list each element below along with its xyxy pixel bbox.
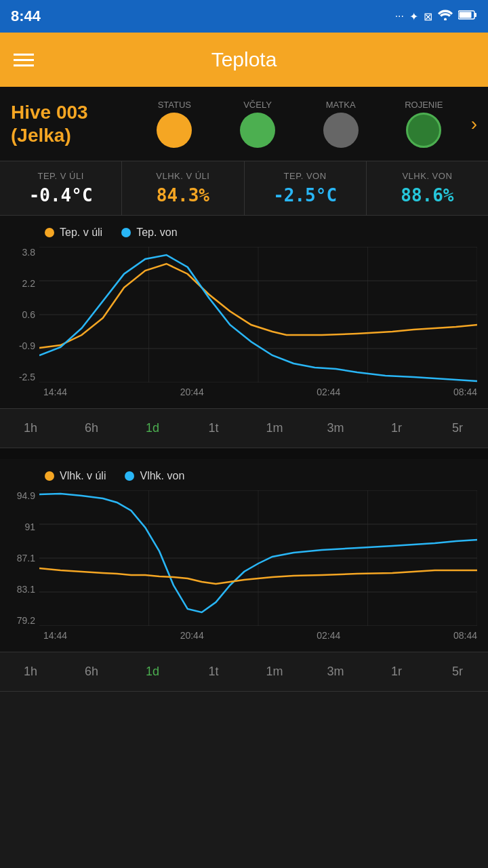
hive-header: Hive 003(Jelka) STATUS VČELY MATKA ROJEN… bbox=[0, 87, 488, 161]
temp-chart-legend: Tep. v úli Tep. von bbox=[11, 226, 477, 239]
time-btn-1m-1[interactable]: 1m bbox=[244, 409, 305, 448]
tab-dot-matka[interactable] bbox=[323, 113, 359, 148]
stat-value-vlhk-uli: 84.3% bbox=[129, 185, 237, 205]
time-btn-5r-1[interactable]: 5r bbox=[427, 409, 488, 448]
time-btn-5r-2[interactable]: 5r bbox=[427, 652, 488, 691]
legend-dot-blue-2 bbox=[125, 471, 134, 481]
status-bar: 8:44 ··· ✦ ⊠ bbox=[0, 0, 488, 33]
hive-tabs-indicators bbox=[133, 113, 466, 148]
bluetooth-icon: ✦ bbox=[409, 10, 418, 23]
hive-tabs: STATUS VČELY MATKA ROJENIE bbox=[133, 100, 466, 148]
stat-label-tep-von: TEP. VON bbox=[251, 171, 359, 181]
time-btn-6h-2[interactable]: 6h bbox=[61, 652, 122, 691]
tab-dot-status[interactable] bbox=[157, 113, 192, 148]
status-time: 8:44 bbox=[11, 7, 41, 25]
legend-label-vlhk-von: Vlhk. von bbox=[140, 470, 184, 482]
sim-icon: ⊠ bbox=[424, 10, 432, 23]
temp-chart-area bbox=[39, 247, 477, 382]
tab-label-vcely[interactable]: VČELY bbox=[216, 100, 300, 110]
stat-label-vlhk-uli: VLHK. V ÚLI bbox=[129, 171, 237, 181]
status-icons: ··· ✦ ⊠ bbox=[395, 9, 477, 23]
stat-value-tep-uli: -0.4°C bbox=[7, 185, 115, 205]
temp-chart-wrapper: 3.8 2.2 0.6 -0.9 -2.5 bbox=[11, 247, 477, 382]
temp-y-axis: 3.8 2.2 0.6 -0.9 -2.5 bbox=[11, 247, 39, 382]
humid-chart-legend: Vlhk. v úli Vlhk. von bbox=[11, 470, 477, 482]
humid-chart-section: Vlhk. v úli Vlhk. von 94.9 91 87.1 83.1 … bbox=[0, 459, 488, 652]
humid-x-axis: 14:44 20:44 02:44 08:44 bbox=[11, 630, 477, 641]
battery-icon bbox=[458, 9, 477, 23]
stat-tep-von: TEP. VON -2.5°C bbox=[245, 161, 367, 215]
chevron-right-icon[interactable]: › bbox=[471, 113, 477, 135]
time-btn-1h-1[interactable]: 1h bbox=[0, 409, 61, 448]
stats-row: TEP. V ÚLI -0.4°C VLHK. V ÚLI 84.3% TEP.… bbox=[0, 161, 488, 216]
legend-tep-uli: Tep. v úli bbox=[45, 226, 102, 239]
humid-chart-svg bbox=[39, 490, 477, 626]
legend-label-vlhk-uli: Vlhk. v úli bbox=[60, 470, 106, 482]
legend-dot-yellow bbox=[45, 228, 54, 237]
time-btn-1r-1[interactable]: 1r bbox=[366, 409, 427, 448]
legend-dot-blue bbox=[121, 228, 131, 237]
stat-vlhk-uli: VLHK. V ÚLI 84.3% bbox=[122, 161, 244, 215]
time-btn-6h-1[interactable]: 6h bbox=[61, 409, 122, 448]
section-divider bbox=[0, 448, 488, 459]
legend-vlhk-von: Vlhk. von bbox=[125, 470, 184, 482]
svg-point-0 bbox=[444, 18, 447, 21]
hive-tabs-labels: STATUS VČELY MATKA ROJENIE bbox=[133, 100, 466, 113]
menu-button[interactable] bbox=[14, 54, 34, 66]
time-btn-1h-2[interactable]: 1h bbox=[0, 652, 61, 691]
tab-label-rojenie[interactable]: ROJENIE bbox=[382, 100, 466, 110]
time-btn-1d-2[interactable]: 1d bbox=[122, 652, 183, 691]
page-title: Teplota bbox=[211, 48, 277, 71]
time-range-humid: 1h 6h 1d 1t 1m 3m 1r 5r bbox=[0, 652, 488, 692]
time-btn-1d-1[interactable]: 1d bbox=[122, 409, 183, 448]
stat-vlhk-von: VLHK. VON 88.6% bbox=[367, 161, 488, 215]
legend-dot-yellow-2 bbox=[45, 471, 54, 481]
humid-chart-wrapper: 94.9 91 87.1 83.1 79.2 bbox=[11, 490, 477, 626]
temp-chart-svg bbox=[39, 247, 477, 382]
legend-tep-von: Tep. von bbox=[121, 226, 177, 239]
time-btn-3m-1[interactable]: 3m bbox=[305, 409, 366, 448]
dots-icon: ··· bbox=[395, 10, 404, 22]
hive-name: Hive 003(Jelka) bbox=[11, 101, 133, 146]
humid-chart-area bbox=[39, 490, 477, 626]
top-bar: Teplota bbox=[0, 33, 488, 87]
humid-y-axis: 94.9 91 87.1 83.1 79.2 bbox=[11, 490, 39, 626]
stat-value-tep-von: -2.5°C bbox=[251, 185, 359, 205]
time-btn-1t-1[interactable]: 1t bbox=[183, 409, 244, 448]
time-btn-1t-2[interactable]: 1t bbox=[183, 652, 244, 691]
legend-label-tep-von: Tep. von bbox=[136, 226, 177, 239]
tab-label-status[interactable]: STATUS bbox=[133, 100, 216, 110]
svg-rect-2 bbox=[460, 12, 472, 18]
time-btn-3m-2[interactable]: 3m bbox=[305, 652, 366, 691]
time-btn-1r-2[interactable]: 1r bbox=[366, 652, 427, 691]
time-btn-1m-2[interactable]: 1m bbox=[244, 652, 305, 691]
stat-label-tep-uli: TEP. V ÚLI bbox=[7, 171, 115, 181]
tab-label-matka[interactable]: MATKA bbox=[299, 100, 382, 110]
temp-chart-section: Tep. v úli Tep. von 3.8 2.2 0.6 -0.9 -2.… bbox=[0, 216, 488, 408]
time-range-temp: 1h 6h 1d 1t 1m 3m 1r 5r bbox=[0, 408, 488, 448]
stat-value-vlhk-von: 88.6% bbox=[373, 185, 481, 205]
tab-dot-rojenie[interactable] bbox=[406, 113, 441, 148]
svg-rect-3 bbox=[474, 13, 476, 17]
temp-x-axis: 14:44 20:44 02:44 08:44 bbox=[11, 387, 477, 397]
wifi-icon bbox=[438, 9, 453, 23]
stat-label-vlhk-von: VLHK. VON bbox=[373, 171, 481, 181]
legend-vlhk-uli: Vlhk. v úli bbox=[45, 470, 106, 482]
stat-tep-uli: TEP. V ÚLI -0.4°C bbox=[0, 161, 122, 215]
tab-dot-vcely[interactable] bbox=[240, 113, 275, 148]
legend-label-tep-uli: Tep. v úli bbox=[60, 226, 102, 239]
